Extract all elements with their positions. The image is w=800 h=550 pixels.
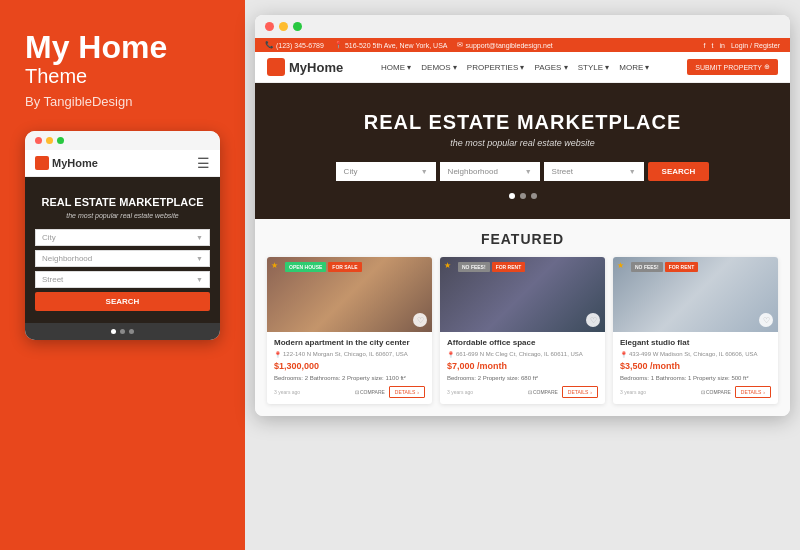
property-heart-2[interactable]: ♡ xyxy=(586,313,600,327)
social-in-icon[interactable]: in xyxy=(720,42,725,49)
property-card-3: ★ NO FEES! FOR RENT ♡ Elegant studio fla… xyxy=(613,257,778,404)
mobile-street-select[interactable]: Street ▼ xyxy=(35,271,210,288)
details-button-2[interactable]: DETAILS › xyxy=(562,386,598,398)
badge-for-rent-3: FOR RENT xyxy=(665,262,699,272)
hero-city-select[interactable]: City ▼ xyxy=(336,162,436,181)
property-star-2: ★ xyxy=(444,261,451,270)
nav-style[interactable]: STYLE ▾ xyxy=(578,63,610,72)
property-star-1: ★ xyxy=(271,261,278,270)
property-footer-3: 3 years ago ⊡ COMPARE DETAILS › xyxy=(620,386,771,398)
property-heart-1[interactable]: ♡ xyxy=(413,313,427,327)
social-tw-icon[interactable]: t xyxy=(712,42,714,49)
site-logo-text: MyHome xyxy=(289,60,343,75)
phone-item: 📞 (123) 345-6789 xyxy=(265,41,324,49)
property-footer-2: 3 years ago ⊡ COMPARE DETAILS › xyxy=(447,386,598,398)
property-time-3: 3 years ago xyxy=(620,389,646,395)
mobile-logo-label: MyHome xyxy=(52,157,98,169)
address-text: 516-520 5th Ave, New York, USA xyxy=(345,42,448,49)
submit-property-icon: ⊕ xyxy=(764,63,770,71)
hero-subtitle: the most popular real estate website xyxy=(270,138,775,148)
location-icon: 📍 xyxy=(334,41,343,49)
mobile-city-select[interactable]: City ▼ xyxy=(35,229,210,246)
compare-icon-2: ⊡ xyxy=(528,389,532,395)
mobile-neighborhood-arrow: ▼ xyxy=(196,255,203,262)
site-top-right: f t in Login / Register xyxy=(704,42,780,49)
nav-more[interactable]: MORE ▾ xyxy=(619,63,649,72)
desktop-window-bar xyxy=(255,15,790,38)
hero-neighborhood-arrow: ▼ xyxy=(525,168,532,175)
site-nav: MyHome HOME ▾ DEMOS ▾ PROPERTIES ▾ PAGES… xyxy=(255,52,790,83)
hero-carousel-dots xyxy=(270,193,775,199)
login-link[interactable]: Login / Register xyxy=(731,42,780,49)
mobile-dot-3 xyxy=(129,329,134,334)
mobile-nav: MyHome ☰ xyxy=(25,150,220,177)
mobile-logo: MyHome xyxy=(35,156,98,170)
property-image-1: ★ OPEN HOUSE FOR SALE ♡ xyxy=(267,257,432,332)
property-time-1: 3 years ago xyxy=(274,389,300,395)
compare-icon-1: ⊡ xyxy=(355,389,359,395)
badge-no-fees-2: NO FEES! xyxy=(458,262,490,272)
site-logo[interactable]: MyHome xyxy=(267,58,343,76)
featured-title: FEATURED xyxy=(267,231,778,247)
property-info-3: Elegant studio flat 📍 433-499 W Madison … xyxy=(613,332,778,404)
submit-property-label: SUBMIT PROPERTY xyxy=(695,64,762,71)
details-button-1[interactable]: DETAILS › xyxy=(389,386,425,398)
desktop-dot-yellow xyxy=(279,22,288,31)
hero-street-select[interactable]: Street ▼ xyxy=(544,162,644,181)
property-badges-1: OPEN HOUSE FOR SALE xyxy=(285,262,362,272)
subtitle-text: Theme xyxy=(25,65,220,88)
desktop-mockup: 📞 (123) 345-6789 📍 516-520 5th Ave, New … xyxy=(255,15,790,416)
phone-number: (123) 345-6789 xyxy=(276,42,324,49)
hero-street-label: Street xyxy=(552,167,573,176)
property-star-3: ★ xyxy=(617,261,624,270)
property-card-1: ★ OPEN HOUSE FOR SALE ♡ Modern apartment… xyxy=(267,257,432,404)
featured-grid: ★ OPEN HOUSE FOR SALE ♡ Modern apartment… xyxy=(267,257,778,404)
site-hero: REAL ESTATE MARKETPLACE the most popular… xyxy=(255,83,790,219)
compare-button-1[interactable]: ⊡ COMPARE xyxy=(355,389,385,395)
nav-pages[interactable]: PAGES ▾ xyxy=(534,63,567,72)
hero-neighborhood-select[interactable]: Neighborhood ▼ xyxy=(440,162,540,181)
property-badges-3: NO FEES! FOR RENT xyxy=(631,262,698,272)
mobile-hero: REAL ESTATE MARKETPLACE the most popular… xyxy=(25,177,220,323)
badge-open-house: OPEN HOUSE xyxy=(285,262,326,272)
email-text: support@tangibledesign.net xyxy=(465,42,552,49)
hero-search-button[interactable]: SEARCH xyxy=(648,162,710,181)
compare-icon-3: ⊡ xyxy=(701,389,705,395)
site-top-left: 📞 (123) 345-6789 📍 516-520 5th Ave, New … xyxy=(265,41,553,49)
property-info-1: Modern apartment in the city center 📍 12… xyxy=(267,332,432,404)
property-price-1: $1,300,000 xyxy=(274,361,425,371)
hamburger-icon[interactable]: ☰ xyxy=(197,155,210,171)
details-arrow-3: › xyxy=(763,389,765,395)
property-address-3: 📍 433-499 W Madison St, Chicago, IL 6060… xyxy=(620,351,771,358)
compare-button-3[interactable]: ⊡ COMPARE xyxy=(701,389,731,395)
hero-neighborhood-label: Neighborhood xyxy=(448,167,498,176)
mobile-street-arrow: ▼ xyxy=(196,276,203,283)
nav-demos[interactable]: DEMOS ▾ xyxy=(421,63,457,72)
details-button-3[interactable]: DETAILS › xyxy=(735,386,771,398)
social-fb-icon[interactable]: f xyxy=(704,42,706,49)
property-address-2: 📍 661-699 N Mc Cleg Ct, Chicago, IL 6061… xyxy=(447,351,598,358)
mobile-city-label: City xyxy=(42,233,56,242)
hero-title: REAL ESTATE MARKETPLACE xyxy=(270,111,775,134)
main-title: My Home Theme By TangibleDesign xyxy=(25,30,220,109)
left-panel: My Home Theme By TangibleDesign MyHome ☰… xyxy=(0,0,245,550)
property-heart-3[interactable]: ♡ xyxy=(759,313,773,327)
badge-for-sale: FOR SALE xyxy=(328,262,361,272)
phone-icon: 📞 xyxy=(265,41,274,49)
hero-street-arrow: ▼ xyxy=(629,168,636,175)
property-actions-1: ⊡ COMPARE DETAILS › xyxy=(355,386,425,398)
byline-text: By TangibleDesign xyxy=(25,94,220,109)
nav-home[interactable]: HOME ▾ xyxy=(381,63,411,72)
compare-button-2[interactable]: ⊡ COMPARE xyxy=(528,389,558,395)
featured-section: FEATURED ★ OPEN HOUSE FOR SALE ♡ Modern … xyxy=(255,219,790,416)
details-arrow-2: › xyxy=(590,389,592,395)
property-actions-3: ⊡ COMPARE DETAILS › xyxy=(701,386,771,398)
mobile-search-button[interactable]: SEARCH xyxy=(35,292,210,311)
mobile-neighborhood-label: Neighborhood xyxy=(42,254,92,263)
nav-properties[interactable]: PROPERTIES ▾ xyxy=(467,63,525,72)
property-card-2: ★ NO FEES! FOR RENT ♡ Affordable office … xyxy=(440,257,605,404)
mobile-neighborhood-select[interactable]: Neighborhood ▼ xyxy=(35,250,210,267)
property-specs-2: Bedrooms: 2 Property size: 680 ft² xyxy=(447,375,598,381)
mobile-dot-red xyxy=(35,137,42,144)
submit-property-button[interactable]: SUBMIT PROPERTY ⊕ xyxy=(687,59,778,75)
